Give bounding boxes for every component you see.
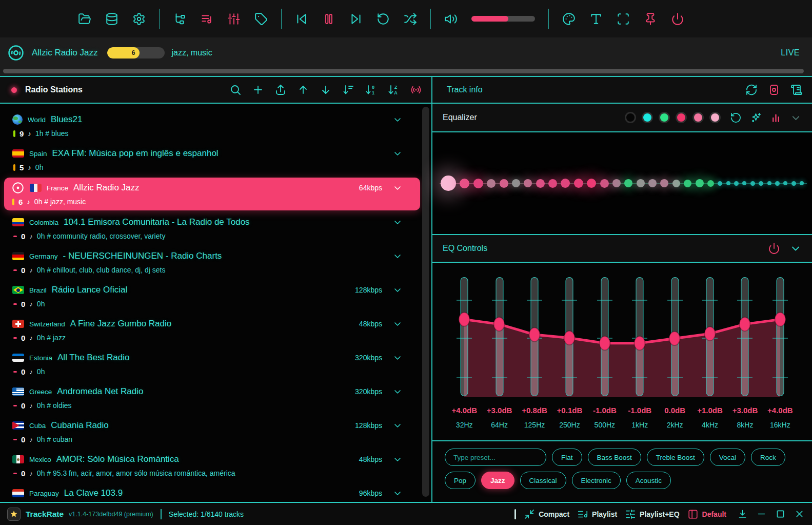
refresh-icon[interactable] xyxy=(745,84,758,96)
plus-icon[interactable] xyxy=(252,84,264,96)
tree-icon[interactable] xyxy=(173,12,186,26)
upload-icon[interactable] xyxy=(274,84,287,96)
palette-icon[interactable] xyxy=(562,12,576,26)
view-toggle-default[interactable]: Default xyxy=(687,509,726,520)
sort-alpha-icon[interactable]: ZA xyxy=(387,84,400,96)
station-expand-chevron-icon[interactable] xyxy=(392,148,403,159)
eq-slider-track[interactable] xyxy=(496,277,503,396)
search-icon[interactable] xyxy=(229,84,242,96)
shuffle-icon[interactable] xyxy=(404,12,417,26)
sort-num-icon[interactable]: 01 xyxy=(365,84,377,96)
sliders-vertical-icon[interactable] xyxy=(227,12,241,26)
sort-desc-icon[interactable] xyxy=(342,84,354,96)
skip-back-icon[interactable] xyxy=(295,12,308,26)
station-row[interactable]: Colombia104.1 Emisora Comunitaria - La R… xyxy=(0,212,431,244)
eq-band-125Hz[interactable] xyxy=(517,277,552,397)
view-toggle-compact[interactable]: Compact xyxy=(524,509,569,520)
eq-color-swatch-5[interactable] xyxy=(709,112,721,123)
eq-band-1kHz[interactable] xyxy=(622,277,657,397)
station-row[interactable]: SpainEXA FM: Música pop em inglês e espa… xyxy=(0,144,431,176)
station-expand-chevron-icon[interactable] xyxy=(392,353,403,363)
settings-gear-icon[interactable] xyxy=(132,12,146,26)
tag-icon[interactable] xyxy=(254,12,268,26)
rotate-ccw-icon[interactable] xyxy=(730,112,742,124)
preset-button-electronic[interactable]: Electronic xyxy=(572,472,621,489)
pin-icon[interactable] xyxy=(644,12,657,26)
broadcast-icon[interactable] xyxy=(410,84,422,96)
power-icon[interactable] xyxy=(671,12,684,26)
view-toggle-playlist[interactable]: Playlist xyxy=(577,509,617,520)
arrow-up-icon[interactable] xyxy=(297,84,309,96)
eq-slider-track[interactable] xyxy=(671,277,679,396)
eq-color-swatch-1[interactable] xyxy=(642,112,653,123)
station-row[interactable]: CubaCubania Radio128kbps0♪0h # cuban xyxy=(0,416,431,448)
mini-bars-icon[interactable] xyxy=(770,112,782,124)
station-expand-chevron-icon[interactable] xyxy=(392,114,403,125)
minus-icon[interactable] xyxy=(756,509,767,519)
eq-slider-track[interactable] xyxy=(776,277,784,396)
eq-slider-track[interactable] xyxy=(636,277,644,396)
preset-button-pop[interactable]: Pop xyxy=(445,472,476,489)
eq-band-32Hz[interactable] xyxy=(447,277,482,397)
station-expand-chevron-icon[interactable] xyxy=(392,183,403,193)
preset-button-jazz[interactable]: Jazz xyxy=(481,472,514,489)
preset-button-rock[interactable]: Rock xyxy=(751,449,785,466)
eq-slider-track[interactable] xyxy=(566,277,573,396)
station-row[interactable]: Germany- NEUERSCHEINUNGEN - Radio Charts… xyxy=(0,246,431,278)
square-icon-icon[interactable] xyxy=(775,509,786,519)
station-row[interactable]: WorldBlues219♪1h # blues xyxy=(0,110,431,142)
folder-open-icon[interactable] xyxy=(78,12,91,26)
fullscreen-icon[interactable] xyxy=(617,12,630,26)
station-row[interactable]: SwitzerlandA Fine Jazz Gumbo Radio48kbps… xyxy=(0,314,431,346)
station-expand-chevron-icon[interactable] xyxy=(392,420,403,431)
eq-slider-track[interactable] xyxy=(531,277,539,396)
power-icon[interactable] xyxy=(768,242,780,255)
eq-band-2kHz[interactable] xyxy=(657,277,692,397)
station-expand-chevron-icon[interactable] xyxy=(392,251,403,261)
station-expand-chevron-icon[interactable] xyxy=(392,386,403,397)
station-row[interactable]: MexicoAMOR: Sólo Música Romántica48kbps0… xyxy=(0,450,431,481)
download-icon[interactable] xyxy=(737,509,748,519)
eq-slider-track[interactable] xyxy=(741,277,749,396)
station-expand-chevron-icon[interactable] xyxy=(392,285,403,295)
rotate-ccw-icon[interactable] xyxy=(377,12,390,26)
scroll-icon[interactable] xyxy=(790,84,803,96)
text-type-icon[interactable] xyxy=(589,12,603,26)
playlist-edit-icon[interactable] xyxy=(200,12,213,26)
eq-band-64Hz[interactable] xyxy=(482,277,517,397)
volume-icon[interactable] xyxy=(444,12,458,26)
eq-band-4kHz[interactable] xyxy=(692,277,727,397)
seek-bar[interactable] xyxy=(3,69,804,73)
disc-box-icon[interactable] xyxy=(768,84,780,96)
preset-button-vocal[interactable]: Vocal xyxy=(710,449,745,466)
close-icon[interactable] xyxy=(794,509,805,519)
station-row[interactable]: BrazilRádio Lance Oficial128kbps0♪0h xyxy=(0,280,431,312)
station-row[interactable]: GreeceAndromeda Net Radio320kbps0♪0h # o… xyxy=(0,382,431,414)
skip-forward-icon[interactable] xyxy=(349,12,363,26)
preset-button-treble-boost[interactable]: Treble Boost xyxy=(647,449,704,466)
preset-search-input[interactable] xyxy=(445,449,546,466)
station-expand-chevron-icon[interactable] xyxy=(392,319,403,329)
eq-band-250Hz[interactable] xyxy=(552,277,587,397)
preset-button-bass-boost[interactable]: Bass Boost xyxy=(588,449,641,466)
preset-button-classical[interactable]: Classical xyxy=(520,472,566,489)
preset-button-acoustic[interactable]: Acoustic xyxy=(626,472,671,489)
eq-band-500Hz[interactable] xyxy=(587,277,622,397)
eq-band-8kHz[interactable] xyxy=(727,277,762,397)
station-expand-chevron-icon[interactable] xyxy=(392,217,403,227)
eq-band-16kHz[interactable] xyxy=(763,277,798,397)
arrow-down-icon[interactable] xyxy=(320,84,332,96)
preset-button-flat[interactable]: Flat xyxy=(552,449,582,466)
station-expand-chevron-icon[interactable] xyxy=(392,454,403,464)
eq-color-swatch-0[interactable] xyxy=(625,112,636,123)
volume-slider[interactable] xyxy=(471,16,535,22)
station-row[interactable]: EstoniaAll The Best Radio320kbps0♪0h xyxy=(0,348,431,380)
sparkles-icon[interactable] xyxy=(750,112,762,124)
eq-color-swatch-4[interactable] xyxy=(692,112,704,123)
scrollbar[interactable] xyxy=(422,107,429,497)
pause-icon[interactable] xyxy=(322,12,335,26)
now-playing-progress[interactable]: 6 xyxy=(107,47,165,59)
chevron-down-icon[interactable] xyxy=(790,112,802,124)
database-icon[interactable] xyxy=(105,12,118,26)
eq-color-swatch-3[interactable] xyxy=(676,112,687,123)
